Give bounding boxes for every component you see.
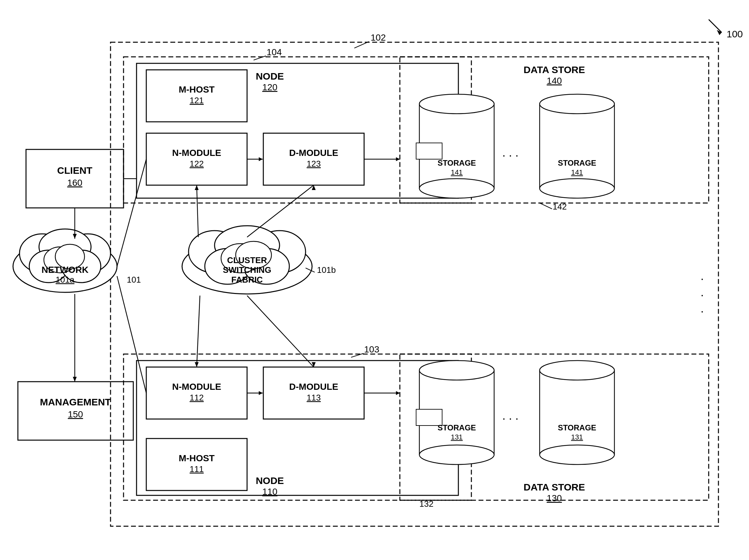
svg-text:·: · [701,304,704,318]
storage-top-right-top-ellipse [540,94,615,114]
dots-right: · [701,272,704,285]
svg-marker-16 [396,391,400,395]
cluster-to-nmodule-top-line [197,185,198,237]
storage-top-right-label: STORAGE [558,158,596,167]
ref-104: 104 [266,47,282,57]
svg-text:·: · [701,288,704,301]
mhost-bottom-number: 111 [190,464,204,474]
node-bottom-number: 110 [262,487,278,497]
client-label: CLIENT [57,165,92,176]
svg-marker-5 [259,157,263,161]
svg-marker-14 [259,391,263,395]
storage-top-right-bot-ellipse [540,179,615,198]
node-bottom-box [136,361,458,495]
diagram-svg: 100 102 104 NODE 120 M-HOST 121 N-MODULE… [0,0,749,560]
ref-102: 102 [370,32,386,43]
node-top-label: NODE [256,71,284,82]
nmodule-bottom-number: 112 [190,393,204,402]
client-number: 160 [67,178,83,188]
storage-bot-right-top-ellipse [540,361,615,380]
ref-142: 142 [553,202,566,211]
network-cloud: NETWORK 101a 101 [13,229,141,292]
storage-top-right-number: 141 [571,168,583,176]
storage-bot-right-number: 131 [571,433,583,441]
dmodule-bottom-label: D-MODULE [289,382,338,392]
svg-marker-38 [73,377,77,382]
storage-bot-right-bot-ellipse [540,445,615,465]
ref-103: 103 [364,344,379,354]
node-top-number: 120 [262,82,278,92]
cluster-line1: CLUSTER [227,255,267,265]
mhost-top-number: 121 [190,95,204,105]
svg-marker-7 [396,157,400,161]
svg-marker-40 [195,362,199,367]
management-label: MANAGEMENT [40,397,111,407]
dmodule-top-number: 123 [306,159,321,169]
datastore-top-label: DATA STORE [524,64,585,75]
datastore-bottom-number: 130 [547,493,562,503]
storage-bot-right-label: STORAGE [558,423,596,432]
storage-bot-left-number: 131 [451,433,463,441]
svg-text:101a: 101a [56,275,74,285]
datastore-bottom-label: DATA STORE [524,482,585,492]
cluster-line3: FABRIC [232,275,263,285]
management-number: 150 [68,409,83,419]
diagram-container: 100 102 104 NODE 120 M-HOST 121 N-MODULE… [0,0,749,560]
svg-marker-39 [195,185,199,190]
svg-text:NETWORK: NETWORK [42,265,89,275]
datastore-top-number: 140 [547,76,562,86]
ref-101b: 101b [317,265,336,275]
svg-marker-42 [312,362,316,367]
storage-bot-left-label: STORAGE [437,423,476,432]
svg-line-8 [540,203,552,209]
dmodule-bottom-number: 113 [306,393,321,402]
ref-132: 132 [419,499,433,509]
cluster-to-dmodule-bot-line [247,296,314,367]
storage-top-left-bot-ellipse [419,179,494,198]
network-to-nmodule-top-line [117,159,146,266]
storage-top-left-label: STORAGE [437,158,476,167]
dots-top: · · · [502,149,518,162]
storage-bot-left-bot-ellipse [419,445,494,465]
main-ref-label: 100 [727,28,743,39]
nmodule-top-label: N-MODULE [172,148,221,158]
cluster-to-nmodule-bot-line [197,296,200,367]
svg-rect-9 [416,143,442,159]
cluster-cloud: CLUSTER SWITCHING FABRIC 101b [182,226,336,294]
storage-top-left-number: 141 [451,168,463,176]
mhost-bottom-label: M-HOST [179,453,215,463]
network-to-nmodule-bot-line [117,276,146,393]
ref-101: 101 [127,275,141,285]
nmodule-top-number: 122 [190,159,204,169]
cluster-line2: SWITCHING [223,265,272,275]
dots-bottom: · · · [502,411,518,425]
svg-line-0 [709,20,722,32]
node-bottom-label: NODE [256,475,284,486]
nmodule-bottom-label: N-MODULE [172,382,221,392]
storage-bot-right-body [540,370,615,455]
cluster-to-dmodule-top-line [247,185,314,237]
mhost-top-label: M-HOST [179,85,215,94]
storage-bot-left-top-ellipse [419,361,494,380]
dmodule-top-label: D-MODULE [289,148,338,158]
storage-top-left-top-ellipse [419,94,494,114]
node-top-box [136,63,458,198]
